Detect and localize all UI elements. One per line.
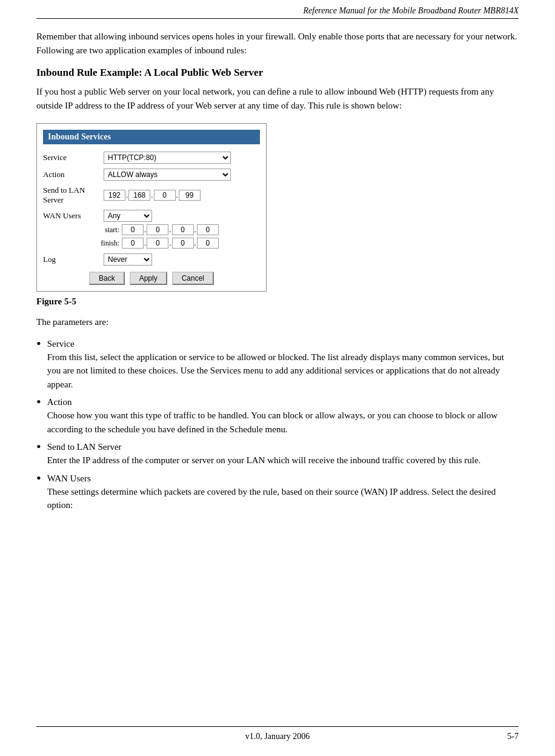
cancel-button[interactable]: Cancel <box>172 272 214 285</box>
send-lan-label: Send to LAN Server <box>43 186 104 205</box>
bullet-dot-2: • <box>36 395 47 436</box>
start-ip-oct4[interactable] <box>197 224 219 235</box>
bullet-wan-users-desc: These settings determine which packets a… <box>47 485 519 512</box>
bullet-wan-users-content: WAN Users These settings determine which… <box>47 473 519 512</box>
lan-ip-group: . . . <box>104 190 201 201</box>
section-intro: If you host a public Web server on your … <box>36 85 519 112</box>
params-intro: The parameters are: <box>36 315 519 329</box>
bullet-dot-4: • <box>36 472 47 512</box>
bullet-action-desc: Choose how you want this type of traffic… <box>47 409 519 436</box>
wan-finish-row: finish: . . . <box>43 238 260 249</box>
footer-page-num: 5-7 <box>398 732 519 741</box>
wan-users-section: WAN Users Any start: . . . <box>43 210 260 249</box>
bullet-send-lan-content: Send to LAN Server Enter the IP address … <box>47 442 519 467</box>
bullet-send-lan-desc: Enter the IP address of the computer or … <box>47 453 519 467</box>
lan-ip-oct1[interactable] <box>104 190 125 201</box>
log-label: Log <box>43 255 104 264</box>
wan-start-row: start: . . . <box>43 224 260 235</box>
bullet-action: • Action Choose how you want this type o… <box>36 397 519 436</box>
intro-paragraph: Remember that allowing inbound services … <box>36 30 519 57</box>
action-row: Action ALLOW always <box>43 169 260 181</box>
bullet-service-term: Service <box>47 339 519 349</box>
service-label: Service <box>43 153 104 162</box>
finish-ip-oct3[interactable] <box>172 238 194 249</box>
lan-ip-oct2[interactable] <box>128 190 150 201</box>
finish-ip-group: . . . <box>122 238 219 249</box>
bullet-list: • Service From this list, select the app… <box>36 339 519 512</box>
back-button[interactable]: Back <box>89 272 125 285</box>
footer-inner: v1.0, January 2006 5-7 <box>36 732 519 741</box>
wan-users-select[interactable]: Any <box>104 210 152 222</box>
finish-ip-oct1[interactable] <box>122 238 144 249</box>
log-select[interactable]: Never <box>104 253 152 266</box>
bullet-send-lan: • Send to LAN Server Enter the IP addres… <box>36 442 519 467</box>
service-row: Service HTTP(TCP:80) <box>43 152 260 164</box>
lan-ip-oct4[interactable] <box>179 190 201 201</box>
page-footer: v1.0, January 2006 5-7 <box>36 726 519 744</box>
section-heading: Inbound Rule Example: A Local Public Web… <box>36 67 519 79</box>
page-header: Reference Manual for the Mobile Broadban… <box>36 0 519 19</box>
bullet-action-content: Action Choose how you want this type of … <box>47 397 519 436</box>
bullet-send-lan-term: Send to LAN Server <box>47 442 519 452</box>
finish-label: finish: <box>43 239 122 248</box>
bullet-action-term: Action <box>47 397 519 407</box>
figure-title: Inbound Services <box>43 130 260 144</box>
bullet-service-content: Service From this list, select the appli… <box>47 339 519 392</box>
header-title: Reference Manual for the Mobile Broadban… <box>304 6 519 15</box>
bullet-dot-1: • <box>36 337 47 392</box>
start-ip-oct1[interactable] <box>122 224 144 235</box>
finish-ip-oct4[interactable] <box>197 238 219 249</box>
figure-box: Inbound Services Service HTTP(TCP:80) Ac… <box>36 123 267 292</box>
apply-button[interactable]: Apply <box>130 272 167 285</box>
bullet-service-desc: From this list, select the application o… <box>47 350 519 392</box>
send-lan-row: Send to LAN Server . . . <box>43 186 260 205</box>
wan-users-label: WAN Users <box>43 211 104 221</box>
service-select[interactable]: HTTP(TCP:80) <box>104 152 231 164</box>
button-row: Back Apply Cancel <box>43 272 260 285</box>
finish-ip-oct2[interactable] <box>147 238 168 249</box>
footer-version: v1.0, January 2006 <box>157 732 398 741</box>
start-ip-group: . . . <box>122 224 219 235</box>
log-row: Log Never <box>43 253 260 266</box>
start-ip-oct2[interactable] <box>147 224 168 235</box>
lan-ip-oct3[interactable] <box>154 190 176 201</box>
start-label: start: <box>43 226 122 235</box>
bullet-dot-3: • <box>36 440 47 467</box>
action-label: Action <box>43 170 104 179</box>
bullet-wan-users: • WAN Users These settings determine whi… <box>36 473 519 512</box>
wan-users-top: WAN Users Any <box>43 210 260 222</box>
action-select[interactable]: ALLOW always <box>104 169 231 181</box>
start-ip-oct3[interactable] <box>172 224 194 235</box>
figure-caption: Figure 5-5 <box>36 296 519 307</box>
bullet-wan-users-term: WAN Users <box>47 473 519 484</box>
bullet-service: • Service From this list, select the app… <box>36 339 519 392</box>
